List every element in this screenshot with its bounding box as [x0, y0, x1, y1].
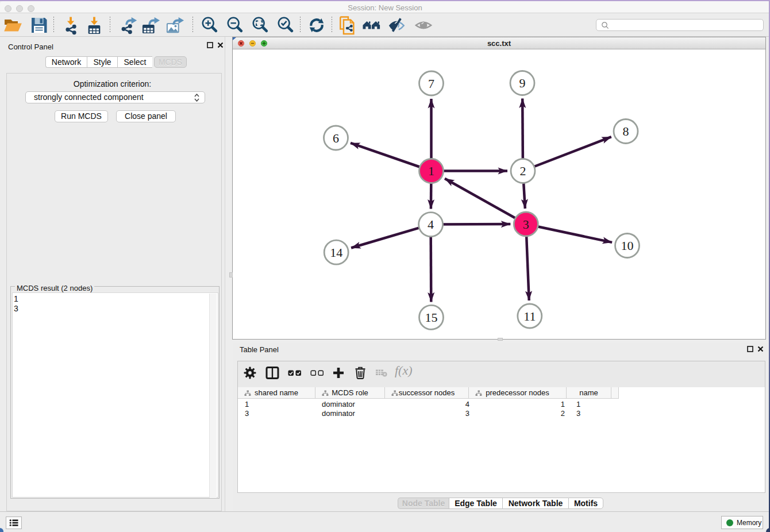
- svg-text:9: 9: [519, 76, 526, 90]
- svg-text:8: 8: [623, 124, 629, 138]
- svg-text:11: 11: [523, 309, 536, 323]
- svg-text:14: 14: [330, 245, 342, 260]
- svg-text:7: 7: [428, 76, 434, 91]
- svg-text:4: 4: [428, 217, 434, 232]
- svg-text:10: 10: [621, 238, 634, 253]
- svg-text:1: 1: [428, 164, 434, 178]
- svg-text:15: 15: [425, 310, 438, 325]
- svg-text:6: 6: [333, 131, 339, 145]
- svg-text:2: 2: [520, 164, 526, 178]
- svg-text:3: 3: [523, 217, 529, 232]
